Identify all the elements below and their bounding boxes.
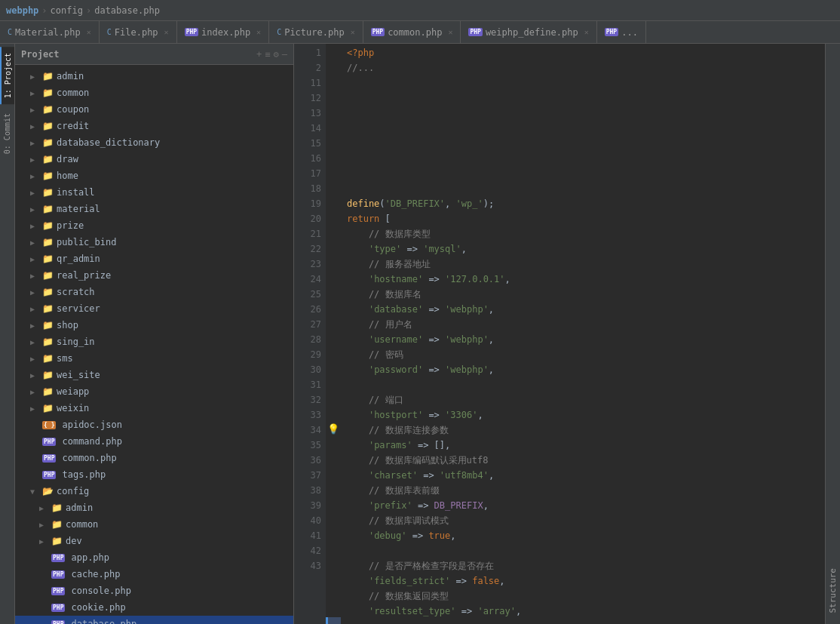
tree-item-apidoc[interactable]: { } apidoc.json — [15, 417, 293, 433]
tab-material-close[interactable]: ✕ — [87, 28, 91, 36]
tree-item-common[interactable]: ▶ 📁 common — [15, 85, 293, 101]
arrow-servicer: ▶ — [30, 305, 39, 313]
tree-item-coupon[interactable]: ▶ 📁 coupon — [15, 101, 293, 118]
tab-material-label: Material.php — [15, 27, 81, 38]
tree-item-sing-in[interactable]: ▶ 📁 sing_in — [15, 334, 293, 350]
tab-index-icon: PHP — [185, 28, 198, 36]
tree-item-config-admin[interactable]: ▶ 📁 admin — [15, 500, 293, 516]
tab-picture-close[interactable]: ✕ — [351, 28, 355, 36]
tab-common[interactable]: PHP common.php ✕ — [363, 21, 461, 43]
tab-picture[interactable]: C Picture.php ✕ — [269, 21, 363, 43]
tree-item-config-dev[interactable]: ▶ 📁 dev — [15, 533, 293, 549]
folder-config-common-icon: 📁 — [51, 519, 63, 530]
tree-item-cookie-label: cookie.php — [71, 602, 125, 613]
code-line-22: 'password' => 'webphp', — [347, 362, 825, 377]
tree-item-cache-php[interactable]: PHP cache.php — [15, 566, 293, 583]
tree-item-draw[interactable]: ▶ 📁 draw — [15, 151, 293, 168]
code-line-18: 'database' => 'webphp', — [347, 302, 825, 317]
arrow-material: ▶ — [30, 205, 39, 214]
add-icon[interactable]: + — [256, 49, 262, 60]
folder-sing-in-icon: 📁 — [42, 337, 54, 347]
tree-item-wei-site[interactable]: ▶ 📁 wei_site — [15, 367, 293, 383]
folder-qr-admin-icon: 📁 — [42, 254, 54, 264]
tree-item-common-php[interactable]: PHP common.php — [15, 450, 293, 466]
tree-item-app-php[interactable]: PHP app.php — [15, 549, 293, 566]
tab-more[interactable]: PHP ... — [597, 21, 646, 43]
code-line-37: // 数据集返回类型 — [347, 589, 825, 604]
left-tab-project[interactable]: 1: Project — [0, 47, 14, 104]
code-line-14: 'type' => 'mysql', — [347, 241, 825, 257]
tab-file-close[interactable]: ✕ — [164, 28, 169, 36]
code-line-13: // 数据库类型 — [347, 226, 825, 241]
tree-item-servicer[interactable]: ▶ 📁 servicer — [15, 300, 293, 317]
tree-item-draw-label: draw — [57, 154, 78, 164]
code-line-blank6 — [347, 151, 825, 166]
tab-common-close[interactable]: ✕ — [448, 28, 452, 36]
tree-item-database-php[interactable]: PHP database.php — [15, 616, 293, 624]
line-numbers: 1 2 11 12 13 14 15 16 — [294, 44, 326, 624]
tree-item-weixin-label: weixin — [57, 403, 89, 413]
settings-icon[interactable]: ⚙ — [274, 49, 279, 60]
json-apidoc-icon: { } — [42, 421, 56, 429]
folder-common-icon: 📁 — [42, 88, 54, 98]
code-content[interactable]: <?php //... — [341, 44, 825, 624]
tree-item-admin[interactable]: ▶ 📁 admin — [15, 68, 293, 85]
breadcrumb-project[interactable]: webphp — [6, 5, 38, 16]
code-line-39 — [347, 619, 825, 624]
folder-weiapp-icon: 📁 — [42, 386, 54, 397]
tree-item-config-common[interactable]: ▶ 📁 common — [15, 516, 293, 533]
structure-tab[interactable]: Structure — [826, 564, 839, 618]
tab-material[interactable]: C Material.php ✕ — [0, 21, 100, 43]
gutter: 💡 — [326, 44, 341, 624]
collapse-icon[interactable]: ≡ — [265, 49, 270, 60]
tree-item-scratch[interactable]: ▶ 📁 scratch — [15, 284, 293, 300]
code-line-blank7 — [347, 166, 825, 181]
breadcrumb-config[interactable]: config — [51, 5, 83, 16]
php-console-icon: PHP — [51, 587, 65, 595]
tree-item-cache-label: cache.php — [71, 569, 120, 579]
folder-database-dictionary-icon: 📁 — [42, 137, 54, 148]
tree-item-install[interactable]: ▶ 📁 install — [15, 184, 293, 201]
tree-item-tags-php[interactable]: PHP tags.php — [15, 466, 293, 483]
tree-item-prize[interactable]: ▶ 📁 prize — [15, 217, 293, 234]
tree-item-material[interactable]: ▶ 📁 material — [15, 201, 293, 217]
code-line-24: // 端口 — [347, 392, 825, 407]
php-command-icon: PHP — [42, 438, 56, 446]
tree-item-real-prize[interactable]: ▶ 📁 real_prize — [15, 267, 293, 284]
tree-item-sms[interactable]: ▶ 📁 sms — [15, 350, 293, 367]
arrow-sing-in: ▶ — [30, 338, 39, 346]
tree-item-command-php[interactable]: PHP command.php — [15, 433, 293, 450]
code-line-32: // 数据库调试模式 — [347, 513, 825, 528]
tree-item-home[interactable]: ▶ 📁 home — [15, 168, 293, 184]
tab-weiphp-close[interactable]: ✕ — [584, 28, 589, 36]
tree-item-qr-admin[interactable]: ▶ 📁 qr_admin — [15, 251, 293, 267]
tree-item-public-bind[interactable]: ▶ 📁 public_bind — [15, 234, 293, 251]
folder-credit-icon: 📁 — [42, 121, 54, 131]
tree-item-shop[interactable]: ▶ 📁 shop — [15, 317, 293, 334]
tab-weiphp-define[interactable]: PHP weiphp_define.php ✕ — [461, 21, 596, 43]
tree-item-console-php[interactable]: PHP console.php — [15, 583, 293, 599]
arrow-real-prize: ▶ — [30, 272, 39, 280]
tab-index-close[interactable]: ✕ — [256, 28, 261, 36]
arrow-coupon: ▶ — [30, 106, 39, 114]
tree-item-credit[interactable]: ▶ 📁 credit — [15, 118, 293, 134]
breadcrumb-file[interactable]: database.php — [94, 5, 160, 16]
left-tab-commit[interactable]: 0: Commit — [1, 107, 14, 160]
tree-item-config[interactable]: ▼ 📂 config — [15, 483, 293, 500]
code-line-26: // 数据库连接参数 — [347, 423, 825, 438]
minimize-icon[interactable]: — — [282, 49, 287, 60]
code-line-blank5 — [347, 136, 825, 151]
tree-item-command-label: command.php — [62, 436, 121, 447]
bulb-gutter: 💡 — [326, 421, 341, 436]
php-database-icon: PHP — [51, 620, 65, 625]
tree-item-cookie-php[interactable]: PHP cookie.php — [15, 599, 293, 616]
tree-item-database-dictionary[interactable]: ▶ 📁 database_dictionary — [15, 134, 293, 151]
arrow-public-bind: ▶ — [30, 238, 39, 247]
tree-item-weiapp[interactable]: ▶ 📁 weiapp — [15, 383, 293, 400]
tree-item-weixin[interactable]: ▶ 📁 weixin — [15, 400, 293, 417]
tab-file[interactable]: C File.php ✕ — [100, 21, 177, 43]
code-line-blank2 — [347, 91, 825, 106]
tab-index[interactable]: PHP index.php ✕ — [177, 21, 270, 43]
code-line-31: 'prefix' => DB_PREFIX, — [347, 498, 825, 513]
php-tags-icon: PHP — [42, 471, 56, 479]
